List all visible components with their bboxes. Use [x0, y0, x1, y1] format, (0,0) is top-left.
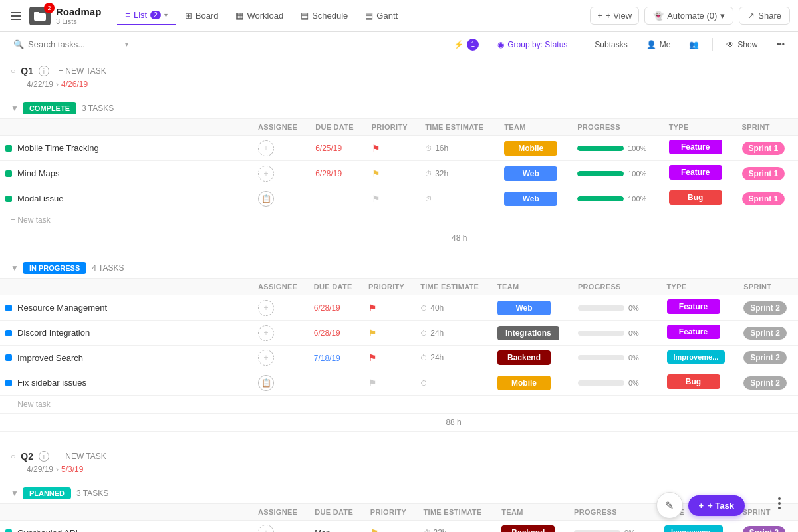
task-name[interactable]: Resource Management: [17, 303, 107, 313]
tab-list[interactable]: ≡ List 2 ▾: [117, 6, 175, 25]
task-sprint: Sprint 2: [738, 346, 798, 370]
total-value: 48 h: [420, 229, 499, 247]
sprint-q1-info[interactable]: i: [39, 66, 49, 76]
task-priority[interactable]: ⚑: [366, 136, 420, 161]
task-duedate: [310, 186, 366, 211]
type-badge: Bug: [667, 374, 720, 389]
subtasks-button[interactable]: Subtasks: [589, 38, 632, 51]
task-assignee[interactable]: 📋: [253, 186, 310, 211]
progress-bar-bg: [577, 171, 624, 176]
priority-flag: ⚑: [372, 168, 380, 179]
progress-bar-bg: [578, 355, 624, 360]
fab-task-button[interactable]: + + Task: [688, 495, 745, 516]
task-name[interactable]: Mind Maps: [17, 168, 60, 178]
complete-task-table: ASSIGNEE DUE DATE PRIORITY TIME ESTIMATE…: [0, 118, 798, 247]
task-priority[interactable]: ⚑: [366, 161, 420, 186]
tab-schedule[interactable]: ▤ Schedule: [293, 7, 356, 25]
group-inprogress-toggle[interactable]: ▼: [11, 263, 19, 273]
progress-pct: 0%: [628, 354, 647, 362]
progress-pct: 100%: [628, 144, 646, 152]
filter-bar: 🔍 ▾ ⚡ 1 ◉ Group by: Status Subtasks 👤 Me…: [0, 32, 798, 57]
sprint-q2-info[interactable]: i: [39, 451, 49, 462]
total-spacer: [0, 229, 420, 247]
task-assignee[interactable]: 📋: [253, 370, 309, 396]
task-type: Bug: [662, 370, 739, 396]
dots-icon: •••: [776, 40, 785, 49]
filter-button[interactable]: ⚡ 1: [448, 37, 484, 53]
sprint-q2-end: 5/3/19: [61, 465, 83, 474]
task-priority[interactable]: ⚑: [363, 370, 415, 396]
new-task-label[interactable]: + New task: [0, 211, 798, 229]
task-priority[interactable]: ⚑: [366, 186, 420, 211]
task-name-cell: Discord Integration: [0, 321, 253, 346]
col-header-name: [0, 504, 253, 521]
new-task-label[interactable]: + New task: [0, 396, 798, 414]
col-header-estimate: TIME ESTIMATE: [420, 119, 499, 136]
assignee-avatar[interactable]: 📋: [258, 191, 274, 207]
progress-cell: 0%: [578, 329, 656, 337]
show-button[interactable]: 👁 Show: [721, 38, 763, 51]
sprint-q2-toggle[interactable]: ○: [11, 452, 15, 461]
due-date-value: 6/28/19: [314, 329, 340, 338]
assignee-avatar[interactable]: +: [258, 325, 274, 341]
task-assignee[interactable]: +: [253, 295, 309, 321]
task-name[interactable]: Modal issue: [17, 194, 63, 203]
task-name[interactable]: Discord Integration: [17, 328, 90, 338]
task-name[interactable]: Improved Search: [17, 353, 83, 363]
col-header-team: TEAM: [492, 279, 573, 295]
group-people-button[interactable]: 👥: [684, 38, 704, 51]
assignee-avatar[interactable]: +: [258, 525, 274, 532]
sprint-q2-title: Q2: [21, 451, 33, 462]
task-team: Backend: [492, 346, 573, 370]
progress-bar-bg: [577, 146, 624, 151]
task-assignee[interactable]: +: [253, 346, 309, 370]
search-input[interactable]: [28, 39, 121, 49]
task-priority[interactable]: ⚑: [363, 321, 415, 346]
sprint-q2-new-task[interactable]: + NEW TASK: [55, 450, 110, 462]
new-task-row-complete[interactable]: + New task: [0, 211, 798, 229]
group-complete-toggle[interactable]: ▼: [11, 104, 19, 113]
search-chevron[interactable]: ▾: [125, 41, 128, 48]
task-team: Web: [499, 186, 572, 211]
me-button[interactable]: 👤 Me: [641, 38, 676, 51]
table-row: Resource Management + 6/28/19 ⚑ ⏱40h Web…: [0, 295, 798, 321]
sprint-q1-new-task[interactable]: + NEW TASK: [55, 65, 110, 77]
assignee-avatar[interactable]: +: [258, 166, 274, 182]
more-options-button[interactable]: •••: [771, 38, 790, 51]
group-by-button[interactable]: ◉ Group by: Status: [492, 38, 573, 51]
hamburger-menu[interactable]: [8, 9, 24, 23]
task-assignee[interactable]: +: [253, 161, 310, 186]
assignee-avatar[interactable]: +: [258, 140, 274, 156]
task-name[interactable]: Mobile Time Tracking: [17, 143, 99, 153]
progress-pct: 0%: [628, 329, 647, 337]
fab-grid-button[interactable]: [774, 493, 785, 513]
task-assignee[interactable]: +: [253, 321, 309, 346]
tab-workload[interactable]: ▦ Workload: [227, 7, 291, 25]
sprint-badge: Sprint 2: [743, 327, 787, 340]
new-task-row-inprogress[interactable]: + New task: [0, 396, 798, 414]
task-assignee[interactable]: +: [253, 136, 310, 161]
assignee-avatar[interactable]: 📋: [258, 375, 274, 391]
task-name[interactable]: Overhauled API: [17, 528, 78, 533]
automate-button[interactable]: 👻 Automate (0) ▾: [644, 7, 733, 25]
share-button[interactable]: ↗ Share: [739, 7, 790, 25]
progress-cell: 0%: [578, 304, 656, 312]
tab-gantt[interactable]: ▤ Gantt: [357, 7, 406, 25]
task-assignee[interactable]: +: [253, 521, 309, 533]
assignee-avatar[interactable]: +: [258, 300, 274, 316]
task-name[interactable]: Fix sidebar issues: [17, 378, 86, 388]
group-planned-toggle[interactable]: ▼: [11, 489, 19, 498]
progress-pct: 0%: [628, 304, 647, 312]
chevron-down-icon[interactable]: ▾: [164, 11, 168, 19]
task-priority[interactable]: ⚑: [365, 521, 418, 533]
tab-board[interactable]: ⊞ Board: [177, 7, 227, 25]
task-priority[interactable]: ⚑: [363, 346, 415, 370]
assignee-avatar[interactable]: +: [258, 350, 274, 366]
due-date-value: 6/28/19: [315, 169, 342, 178]
task-team: Backend: [496, 521, 569, 533]
view-button[interactable]: + + View: [590, 7, 639, 25]
fab-edit-button[interactable]: ✎: [656, 492, 683, 519]
sprint-q1-toggle[interactable]: ○: [11, 66, 15, 76]
task-priority[interactable]: ⚑: [363, 295, 415, 321]
col-header-duedate: DUE DATE: [309, 504, 365, 521]
